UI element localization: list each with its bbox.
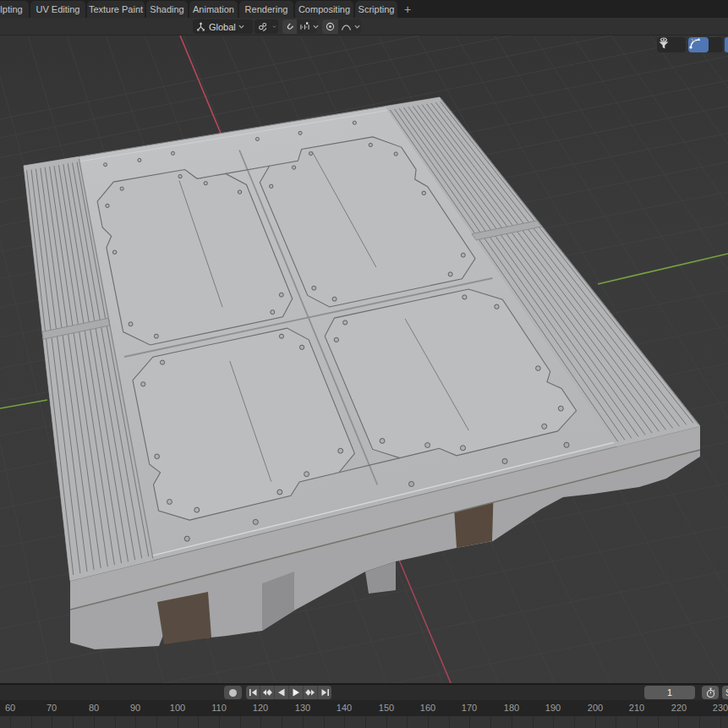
screw (104, 163, 107, 167)
viewport-header: Global (0, 18, 728, 36)
screw (495, 304, 499, 309)
prev-keyframe-button[interactable] (260, 686, 274, 699)
chevron-down-icon (659, 37, 666, 43)
tab-texture-paint[interactable]: Texture Paint (87, 1, 145, 18)
topbar: Sculpting UV Editing Texture Paint Shadi… (0, 0, 728, 18)
screw (129, 322, 133, 326)
ruler-label: 70 (47, 703, 57, 713)
blender-window: Sculpting UV Editing Texture Paint Shadi… (0, 0, 728, 728)
screw (112, 250, 117, 255)
tab-shading[interactable]: Shading (146, 1, 188, 18)
pivot-point-icon (255, 19, 271, 34)
screw (309, 151, 312, 155)
play-button[interactable] (289, 686, 303, 699)
tab-compositing[interactable]: Compositing (295, 1, 353, 18)
screw (460, 446, 465, 451)
ruler-label: 130 (295, 703, 310, 713)
next-keyframe-icon (305, 688, 315, 697)
tab-sculpting[interactable]: Sculpting (0, 1, 29, 18)
timeline-header: 1 S (0, 685, 728, 700)
chevron-down-icon (272, 24, 276, 30)
screw (299, 345, 304, 349)
jump-to-end-button[interactable] (318, 686, 331, 699)
floor-tile-model[interactable] (24, 97, 700, 649)
viewport-canvas[interactable] (0, 36, 728, 683)
ruler-label: 220 (671, 703, 687, 713)
pivot-point-dropdown[interactable] (255, 19, 278, 34)
axes-gizmo-icon (193, 19, 209, 34)
ruler-label: 110 (211, 703, 227, 713)
start-frame-field-partial[interactable]: S (722, 686, 728, 699)
ruler-label: 90 (130, 703, 140, 713)
tab-animation[interactable]: Animation (189, 1, 238, 18)
screw (343, 320, 348, 325)
screw (155, 454, 160, 459)
screw (160, 360, 164, 364)
playback-controls (246, 686, 331, 699)
snap-with-dropdown[interactable] (297, 19, 324, 34)
screw (167, 500, 172, 505)
screw (184, 536, 189, 541)
screw (271, 310, 275, 315)
workspace-tabs: Sculpting UV Editing Texture Paint Shadi… (0, 1, 416, 18)
play-reverse-button[interactable] (275, 686, 288, 699)
screw (332, 297, 337, 301)
ruler-label: 80 (89, 703, 99, 713)
screw (255, 137, 259, 140)
timeline-ticks[interactable] (0, 716, 728, 728)
screw (463, 295, 467, 299)
tab-scripting[interactable]: Scripting (355, 1, 397, 18)
ruler-label: 190 (545, 703, 561, 713)
skip-start-icon (249, 688, 258, 697)
screw (178, 175, 182, 178)
overlays-toggle-partial[interactable] (725, 37, 728, 52)
screw (369, 143, 372, 146)
play-reverse-icon (277, 688, 286, 697)
snap-toggle-button[interactable] (282, 19, 297, 34)
screw (120, 187, 123, 190)
screw (298, 131, 302, 134)
tab-uv-editing[interactable]: UV Editing (30, 1, 85, 18)
chevron-down-icon (238, 24, 245, 30)
screw (338, 448, 343, 453)
ruler-label: 100 (170, 703, 185, 713)
chevron-down-icon (353, 24, 361, 30)
ruler-label: 160 (420, 703, 435, 713)
screw (138, 158, 141, 161)
viewport-3d[interactable] (0, 36, 728, 683)
screw (394, 152, 397, 156)
screw (334, 337, 338, 342)
screw (542, 424, 547, 429)
falloff-dropdown[interactable] (338, 19, 365, 34)
ruler-label: 170 (462, 703, 477, 713)
object-type-filter-button[interactable] (657, 37, 686, 52)
orientation-label: Global (209, 22, 236, 32)
magnet-icon (285, 22, 294, 32)
gizmo-dropdown[interactable] (709, 37, 722, 52)
play-icon (292, 688, 300, 697)
screw (448, 272, 452, 276)
screw (564, 442, 569, 447)
current-frame-field[interactable]: 1 (644, 686, 695, 699)
transform-orientation-dropdown[interactable]: Global (193, 19, 253, 34)
timeline-ruler[interactable]: 60 70 80 90 100 110 120 130 140 150 160 … (0, 700, 728, 716)
ruler-label: 140 (337, 703, 352, 713)
proportional-editing-toggle[interactable] (322, 19, 338, 34)
record-icon (229, 689, 237, 697)
screw (270, 184, 273, 188)
add-workspace-button[interactable]: + (399, 1, 416, 18)
tab-rendering[interactable]: Rendering (239, 1, 293, 18)
auto-keyframe-button[interactable] (224, 686, 242, 699)
preview-range-button[interactable] (702, 686, 719, 699)
ruler-label: 230 (713, 703, 728, 713)
screw (292, 166, 295, 169)
screw (461, 253, 465, 257)
screw (141, 382, 145, 386)
gizmos-toggle-button[interactable] (688, 37, 723, 52)
screw (353, 121, 356, 124)
next-keyframe-button[interactable] (304, 686, 317, 699)
ruler-label: 210 (629, 703, 644, 713)
ruler-label: 150 (379, 703, 394, 713)
falloff-curve-icon (341, 22, 352, 31)
jump-to-start-button[interactable] (246, 686, 260, 699)
